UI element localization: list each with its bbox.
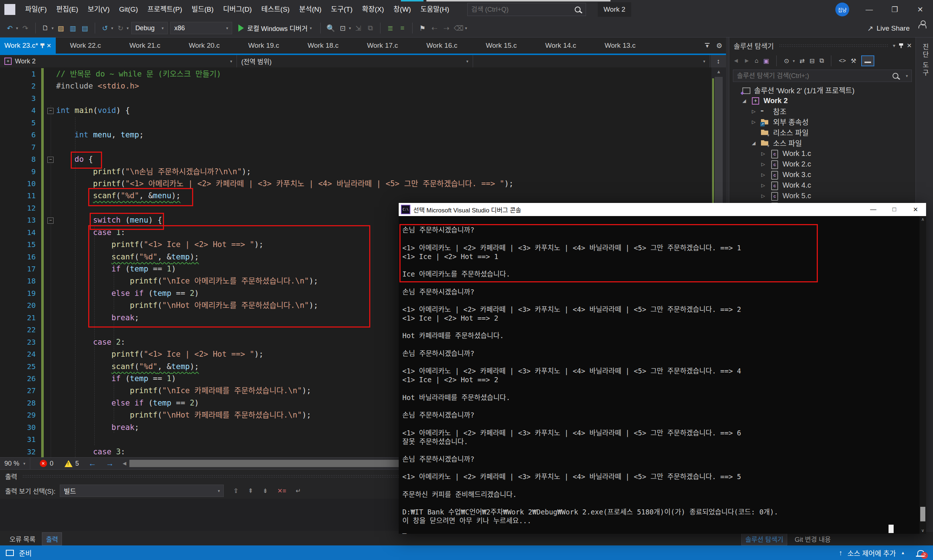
code-line-8[interactable]: 8− do { — [0, 153, 711, 165]
menu-창(W)[interactable]: 창(W) — [389, 0, 416, 19]
tab-Work 13.c[interactable]: Work 13.c — [590, 37, 650, 54]
code-line-3[interactable]: 3 — [0, 92, 711, 105]
type-scope-dropdown[interactable]: (전역 범위)▾ — [237, 55, 473, 68]
menu-프로젝트(P)[interactable]: 프로젝트(P) — [143, 0, 187, 19]
next-bookmark-icon[interactable]: ⇢ — [442, 22, 451, 34]
tab-Work 17.c[interactable]: Work 17.c — [353, 37, 412, 54]
navigate-forward-icon[interactable]: ↷ — [21, 22, 30, 34]
clear-bookmarks-icon[interactable]: ⌫ — [454, 22, 463, 34]
tab-diagnostic-tools[interactable]: 진단 도구 — [920, 37, 930, 77]
comment-lines-icon[interactable]: ≣ — [386, 22, 395, 34]
tree-item-Work 5.c[interactable]: ▷Work 5.c — [729, 191, 916, 201]
code-line-7[interactable]: 7 — [0, 142, 711, 153]
tree-item-Work 3.c[interactable]: ▷Work 3.c — [729, 169, 916, 180]
tab-Work 19.c[interactable]: Work 19.c — [234, 37, 293, 54]
search-icon[interactable] — [575, 6, 580, 12]
close-panel-icon[interactable]: ✕ — [907, 42, 912, 49]
split-editor-button[interactable]: ↕ — [711, 55, 726, 68]
tree-item-Work 1.c[interactable]: ▷Work 1.c — [729, 148, 916, 159]
console-maximize-button[interactable]: □ — [884, 203, 905, 216]
solution-search-box[interactable]: ▾ — [733, 69, 912, 82]
show-all-files-icon[interactable]: <> — [839, 57, 846, 65]
search-input[interactable] — [468, 5, 575, 14]
tab-Work 20.c[interactable]: Work 20.c — [175, 37, 234, 54]
clear-all-icon[interactable]: ✕≡ — [277, 487, 286, 495]
tree-item-Work 4.c[interactable]: ▷Work 4.c — [729, 180, 916, 191]
tab-settings-gear-icon[interactable]: ⚙ — [716, 42, 722, 50]
tab-overflow-icon[interactable]: ▼ — [705, 43, 710, 48]
console-close-button[interactable]: ✕ — [905, 203, 926, 216]
tab-Work 21.c[interactable]: Work 21.c — [115, 37, 175, 54]
menu-확장(X)[interactable]: 확장(X) — [357, 0, 388, 19]
scroll-down-icon[interactable]: ∨ — [919, 528, 926, 533]
go-forward-arrow-icon[interactable]: → — [106, 459, 114, 468]
search-icon[interactable] — [893, 73, 898, 79]
scroll-left-icon[interactable]: ◀ — [123, 460, 126, 466]
back-icon[interactable]: ◄ — [733, 57, 739, 65]
forward-icon[interactable]: ► — [744, 57, 750, 65]
menu-테스트(S)[interactable]: 테스트(S) — [257, 0, 294, 19]
word-wrap-icon[interactable]: ↵ — [296, 487, 301, 495]
menu-디버그(D)[interactable]: 디버그(D) — [218, 0, 257, 19]
save-all-icon[interactable]: ▤ — [80, 22, 90, 34]
console-scroll-thumb[interactable] — [920, 507, 925, 522]
menu-파일(F)[interactable]: 파일(F) — [20, 0, 51, 19]
project-scope-dropdown[interactable]: + Work 2▾ — [0, 55, 237, 68]
tree-item-참조[interactable]: ▷참조 — [729, 106, 916, 117]
panel-tab-Git 변경 내용[interactable]: Git 변경 내용 — [791, 533, 834, 545]
tree-item-소스 파일[interactable]: ◢소스 파일 — [729, 138, 916, 148]
code-line-1[interactable]: 1// 반목문 do ~ while 문 (키오스크 만들기) — [0, 68, 711, 80]
console-minimize-button[interactable]: — — [863, 203, 884, 216]
menu-편집(E)[interactable]: 편집(E) — [51, 0, 83, 19]
code-line-5[interactable]: 5 — [0, 117, 711, 129]
scroll-up-icon[interactable]: ▲ — [711, 69, 726, 74]
tree-item-리소스 파일[interactable]: 리소스 파일 — [729, 127, 916, 138]
configuration-dropdown[interactable]: Debug▾ — [131, 22, 168, 34]
console-scrollbar[interactable]: ∧ ∨ — [919, 216, 926, 534]
feedback-person-icon[interactable] — [918, 24, 927, 28]
console-title-bar[interactable]: C:\ 선택 Microsoft Visual Studio 디버그 콘솔 — … — [399, 203, 926, 216]
hierarchy-icon[interactable]: ⧉ — [366, 22, 375, 34]
collapse-all-icon[interactable]: ⊟ — [810, 57, 814, 65]
error-count[interactable]: 0 — [50, 460, 54, 468]
code-line-2[interactable]: 2#include <stdio.h> — [0, 80, 711, 92]
uncomment-lines-icon[interactable]: ≡ — [397, 22, 407, 34]
notifications-bell-icon[interactable]: 2 — [917, 550, 924, 555]
menu-Git(G)[interactable]: Git(G) — [114, 0, 143, 19]
properties-icon[interactable]: ⚒ — [851, 57, 856, 65]
save-icon[interactable]: ▥ — [68, 22, 78, 34]
window-position-icon[interactable]: ▾ — [893, 43, 896, 48]
user-avatar[interactable]: 집냥 — [835, 3, 849, 16]
debug-console-window[interactable]: C:\ 선택 Microsoft Visual Studio 디버그 콘솔 — … — [399, 203, 926, 534]
chevron-up-icon[interactable]: ▲ — [901, 551, 905, 555]
sync-icon[interactable]: ⇄ — [800, 57, 805, 65]
panel-tab-출력[interactable]: 출력 — [42, 532, 62, 545]
copy-icon[interactable]: ⧉ — [819, 57, 824, 65]
member-dropdown[interactable]: ▾ — [473, 55, 710, 68]
navigate-back-icon[interactable]: ↶ — [5, 22, 15, 34]
prev-message-icon[interactable]: ⇞ — [248, 487, 253, 495]
tree-item-Work 2.c[interactable]: ▷Work 2.c — [729, 159, 916, 169]
warning-count[interactable]: 5 — [75, 460, 79, 468]
add-to-source-control-button[interactable]: 소스 제어에 추가 — [847, 548, 896, 558]
output-source-dropdown[interactable]: 빌드▾ — [60, 485, 224, 497]
scroll-up-icon[interactable]: ∧ — [919, 217, 926, 222]
switch-views-icon[interactable]: ▣ — [763, 57, 769, 65]
menu-분석(N)[interactable]: 분석(N) — [294, 0, 326, 19]
tab-Work 18.c[interactable]: Work 18.c — [293, 37, 353, 54]
close-tab-icon[interactable]: ✕ — [47, 42, 51, 49]
solution-explorer-window-icon[interactable]: ⊡ — [338, 22, 347, 34]
menu-도움말(H)[interactable]: 도움말(H) — [416, 0, 454, 19]
pending-changes-filter-icon[interactable]: ⊙ — [784, 57, 789, 65]
next-message-icon[interactable]: ⇟ — [263, 487, 268, 495]
close-button[interactable]: ✕ — [907, 0, 933, 19]
solution-search-input[interactable] — [733, 72, 893, 80]
tree-item-Work 2[interactable]: ◢Work 2 — [729, 95, 916, 106]
prev-bookmark-icon[interactable]: ⇠ — [430, 22, 439, 34]
sync-with-active-document-button[interactable] — [861, 55, 874, 66]
menu-빌드(B)[interactable]: 빌드(B) — [187, 0, 218, 19]
pin-icon[interactable] — [901, 43, 902, 48]
new-file-icon[interactable]: 🗋 — [41, 22, 50, 34]
attach-process-icon[interactable]: ⇲ — [354, 22, 363, 34]
menu-도구(T)[interactable]: 도구(T) — [326, 0, 357, 19]
